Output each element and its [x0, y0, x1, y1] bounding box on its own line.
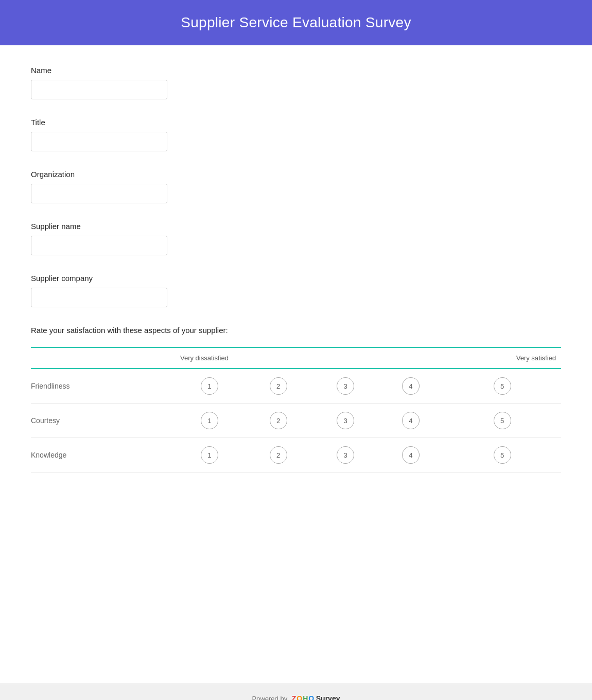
rating-cell-friendliness-1[interactable]: 1	[175, 369, 244, 404]
rating-cell-friendliness-4[interactable]: 4	[378, 369, 443, 404]
name-field-group: Name	[31, 66, 561, 99]
title-label: Title	[31, 118, 561, 127]
rating-cell-friendliness-3[interactable]: 3	[313, 369, 378, 404]
supplier-name-input[interactable]	[31, 236, 167, 255]
supplier-name-field-group: Supplier name	[31, 222, 561, 255]
supplier-company-label: Supplier company	[31, 274, 561, 283]
rating-cell-courtesy-4[interactable]: 4	[378, 404, 443, 438]
radio-option-1[interactable]: 1	[201, 446, 218, 464]
rating-cell-courtesy-3[interactable]: 3	[313, 404, 378, 438]
powered-by-text: Powered by ZOHO Survey	[10, 694, 582, 700]
th-very-dissatisfied: Very dissatisfied	[175, 347, 313, 369]
rating-table-row: Knowledge12345	[31, 438, 561, 472]
radio-option-5[interactable]: 5	[494, 377, 511, 395]
zoho-o2: O	[308, 694, 314, 700]
page-title: Supplier Service Evaluation Survey	[10, 14, 582, 31]
radio-option-2[interactable]: 2	[270, 412, 287, 429]
radio-option-4[interactable]: 4	[402, 412, 420, 429]
row-label-friendliness: Friendliness	[31, 369, 175, 404]
title-field-group: Title	[31, 118, 561, 151]
radio-option-5[interactable]: 5	[494, 446, 511, 464]
supplier-name-label: Supplier name	[31, 222, 561, 231]
name-input[interactable]	[31, 80, 167, 99]
radio-option-3[interactable]: 3	[337, 377, 354, 395]
radio-option-5[interactable]: 5	[494, 412, 511, 429]
rating-heading: Rate your satisfaction with these aspect…	[31, 326, 561, 335]
zoho-o1: O	[297, 694, 302, 700]
zoho-logo: ZOHO	[289, 694, 314, 700]
rating-cell-friendliness-5[interactable]: 5	[443, 369, 561, 404]
page-footer: Powered by ZOHO Survey Create unlimited …	[0, 684, 592, 700]
rating-cell-friendliness-2[interactable]: 2	[244, 369, 313, 404]
radio-option-4[interactable]: 4	[402, 446, 420, 464]
rating-cell-courtesy-1[interactable]: 1	[175, 404, 244, 438]
title-input[interactable]	[31, 132, 167, 151]
organization-input[interactable]	[31, 184, 167, 203]
radio-option-4[interactable]: 4	[402, 377, 420, 395]
rating-cell-knowledge-2[interactable]: 2	[244, 438, 313, 472]
radio-option-2[interactable]: 2	[270, 377, 287, 395]
th-mid1	[313, 347, 378, 369]
radio-option-1[interactable]: 1	[201, 377, 218, 395]
zoho-z: Z	[292, 694, 297, 700]
th-very-satisfied: Very satisfied	[443, 347, 561, 369]
rating-cell-courtesy-5[interactable]: 5	[443, 404, 561, 438]
organization-label: Organization	[31, 170, 561, 179]
radio-option-3[interactable]: 3	[337, 412, 354, 429]
main-content: Name Title Organization Supplier name Su…	[0, 45, 592, 684]
rating-table-row: Courtesy12345	[31, 404, 561, 438]
rating-table: Very dissatisfied Very satisfied Friendl…	[31, 347, 561, 472]
page-header: Supplier Service Evaluation Survey	[0, 0, 592, 45]
rating-cell-knowledge-3[interactable]: 3	[313, 438, 378, 472]
th-aspect	[31, 347, 175, 369]
rating-cell-knowledge-5[interactable]: 5	[443, 438, 561, 472]
rating-section: Rate your satisfaction with these aspect…	[31, 326, 561, 472]
row-label-knowledge: Knowledge	[31, 438, 175, 472]
organization-field-group: Organization	[31, 170, 561, 203]
powered-by-label: Powered by	[252, 695, 288, 700]
rating-cell-knowledge-4[interactable]: 4	[378, 438, 443, 472]
radio-option-3[interactable]: 3	[337, 446, 354, 464]
rating-table-row: Friendliness12345	[31, 369, 561, 404]
zoho-h: H	[303, 694, 308, 700]
radio-option-2[interactable]: 2	[270, 446, 287, 464]
name-label: Name	[31, 66, 561, 75]
supplier-company-field-group: Supplier company	[31, 274, 561, 307]
row-label-courtesy: Courtesy	[31, 404, 175, 438]
supplier-company-input[interactable]	[31, 288, 167, 307]
radio-option-1[interactable]: 1	[201, 412, 218, 429]
rating-cell-courtesy-2[interactable]: 2	[244, 404, 313, 438]
rating-table-header-row: Very dissatisfied Very satisfied	[31, 347, 561, 369]
th-mid2	[378, 347, 443, 369]
survey-label: Survey	[316, 694, 340, 700]
rating-cell-knowledge-1[interactable]: 1	[175, 438, 244, 472]
